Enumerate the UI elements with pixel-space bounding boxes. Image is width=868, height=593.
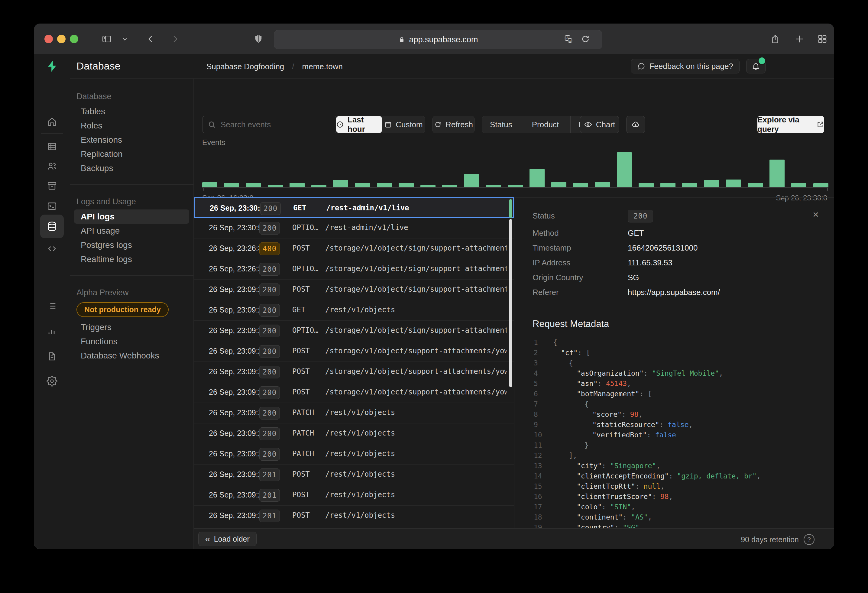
share-icon[interactable]	[769, 32, 782, 46]
back-icon[interactable]	[144, 32, 158, 46]
log-row[interactable]: 26 Sep, 23:09:22200PATCH/rest/v1/objects	[194, 403, 514, 423]
sidebar-item-functions[interactable]: Functions	[74, 334, 189, 348]
sidebar-item-backups[interactable]: Backups	[74, 161, 189, 175]
search-input[interactable]	[220, 120, 330, 130]
chart-bar[interactable]	[202, 182, 217, 187]
chart-bar[interactable]	[551, 182, 566, 187]
log-row[interactable]: 26 Sep, 23:09:22200OPTIO…/storage/v1/obj…	[194, 321, 514, 341]
cloud-sync-button[interactable]	[626, 116, 645, 133]
log-row[interactable]: 26 Sep, 23:09:22201POST/rest/v1/objects	[194, 485, 514, 506]
settings-gear-icon[interactable]	[40, 372, 64, 391]
chart-bar[interactable]	[224, 183, 239, 187]
chart-bar[interactable]	[377, 183, 392, 187]
chart-bar[interactable]	[617, 152, 632, 187]
chart-bar[interactable]	[311, 185, 326, 187]
log-row[interactable]: 26 Sep, 23:09:22200POST/storage/v1/objec…	[194, 382, 514, 403]
address-bar[interactable]: app.supabase.com Ax	[274, 30, 602, 49]
chart-bar[interactable]	[421, 185, 435, 187]
load-older-button[interactable]: « Load older	[198, 532, 257, 546]
sidebar-item-api-logs[interactable]: API logs	[74, 209, 189, 224]
log-row[interactable]: 26 Sep, 23:09:22201POST/rest/v1/objects	[194, 465, 514, 485]
minimize-window-button[interactable]	[57, 35, 66, 43]
sidebar-item-replication[interactable]: Replication	[74, 147, 189, 161]
custom-range-tab[interactable]: Custom	[382, 116, 425, 133]
last-hour-tab[interactable]: Last hour	[336, 116, 382, 133]
chart-bar[interactable]	[682, 183, 697, 187]
chart-bar[interactable]	[289, 183, 305, 187]
log-row[interactable]: 26 Sep, 23:26:34400POST/storage/v1/objec…	[194, 239, 514, 259]
forward-icon[interactable]	[168, 32, 182, 46]
chart-bar[interactable]	[660, 183, 676, 187]
logs-list-icon[interactable]	[40, 296, 64, 316]
reports-chart-icon[interactable]	[40, 322, 64, 341]
log-row[interactable]: 26 Sep, 23:09:22200PATCH/rest/v1/objects	[194, 423, 514, 444]
log-row[interactable]: 26 Sep, 23:30:56200OPTIO…/rest-admin/v1/…	[194, 218, 514, 239]
database-icon[interactable]	[40, 215, 64, 238]
storage-icon[interactable]	[40, 176, 64, 196]
log-row[interactable]: 26 Sep, 23:09:22200PATCH/rest/v1/objects	[194, 444, 514, 465]
chart-bar[interactable]	[595, 182, 610, 187]
chart-bar[interactable]	[639, 183, 654, 187]
new-tab-icon[interactable]	[793, 32, 806, 46]
sidebar-item-triggers[interactable]: Triggers	[74, 320, 189, 334]
log-row[interactable]: 26 Sep, 23:09:23200POST/storage/v1/objec…	[194, 280, 514, 300]
auth-users-icon[interactable]	[40, 156, 64, 176]
table-editor-icon[interactable]	[40, 137, 64, 156]
chart-bar[interactable]	[769, 159, 785, 187]
scrollbar[interactable]	[509, 219, 512, 387]
chart-bar[interactable]	[704, 180, 719, 187]
detail-field-label: Status	[514, 211, 628, 221]
shield-icon[interactable]	[252, 32, 265, 46]
feedback-button[interactable]: Feedback on this page?	[631, 59, 740, 74]
log-row[interactable]: 26 Sep, 23:30:56200GET/rest-admin/v1/liv…	[194, 198, 514, 218]
chart-bar[interactable]	[399, 183, 414, 187]
supabase-logo[interactable]	[34, 54, 70, 78]
chart-bar[interactable]	[813, 183, 828, 187]
api-code-icon[interactable]	[40, 239, 64, 258]
sidebar-item-postgres-logs[interactable]: Postgres logs	[74, 238, 189, 252]
chevron-down-icon[interactable]	[118, 32, 131, 46]
chart-bar[interactable]	[268, 185, 283, 187]
log-row[interactable]: 26 Sep, 23:26:33200OPTIO…/storage/v1/obj…	[194, 259, 514, 280]
chart-bar[interactable]	[464, 174, 479, 187]
chart-bar[interactable]	[530, 169, 545, 187]
zoom-window-button[interactable]	[70, 35, 78, 43]
sidebar-item-api-usage[interactable]: API usage	[74, 224, 189, 238]
reload-icon[interactable]	[581, 34, 590, 44]
sidebar-item-database-webhooks[interactable]: Database Webhooks	[74, 348, 189, 363]
sidebar-item-roles[interactable]: Roles	[74, 118, 189, 133]
explore-via-query-button[interactable]: Explore via query	[757, 116, 824, 133]
chart-bar[interactable]	[246, 183, 261, 187]
log-row[interactable]: 26 Sep, 23:09:22201POST/rest/v1/objects	[194, 506, 514, 526]
filter-status[interactable]: Status	[482, 116, 520, 133]
sidebar-item-tables[interactable]: Tables	[74, 104, 189, 118]
sidebar-item-extensions[interactable]: Extensions	[74, 133, 189, 147]
chart-bar[interactable]	[748, 183, 763, 187]
chart-bar[interactable]	[573, 183, 588, 187]
chart-bar[interactable]	[442, 185, 457, 187]
breadcrumb-page[interactable]: meme.town	[302, 62, 343, 71]
sql-editor-icon[interactable]	[40, 196, 64, 216]
chart-bar[interactable]	[508, 185, 523, 187]
close-window-button[interactable]	[44, 35, 53, 43]
tab-overview-icon[interactable]	[816, 32, 829, 46]
chart-bar[interactable]	[333, 180, 348, 187]
log-row[interactable]: 26 Sep, 23:09:23200GET/rest/v1/objects	[194, 300, 514, 321]
refresh-button[interactable]: Refresh	[433, 116, 474, 133]
log-row[interactable]: 26 Sep, 23:09:22200POST/storage/v1/objec…	[194, 362, 514, 382]
home-icon[interactable]	[40, 112, 64, 131]
help-circle-icon[interactable]: ?	[804, 534, 815, 545]
log-row[interactable]: 26 Sep, 23:09:22200POST/storage/v1/objec…	[194, 341, 514, 362]
chart-bar[interactable]	[486, 185, 501, 187]
docs-file-icon[interactable]	[40, 347, 64, 366]
breadcrumb-project[interactable]: Supabase Dogfooding	[207, 62, 284, 71]
chart-bar[interactable]	[791, 183, 806, 187]
chart-bar[interactable]	[355, 183, 370, 187]
filter-product[interactable]: Product	[524, 116, 567, 133]
sidebar-item-realtime-logs[interactable]: Realtime logs	[74, 252, 189, 266]
chart-bar[interactable]	[726, 180, 741, 187]
sidebar-toggle-icon[interactable]	[100, 32, 113, 46]
translate-icon[interactable]: Ax	[564, 34, 573, 44]
json-line: 13"city": "Singapore",	[514, 460, 834, 471]
chart-toggle-button[interactable]: Chart	[580, 116, 619, 133]
